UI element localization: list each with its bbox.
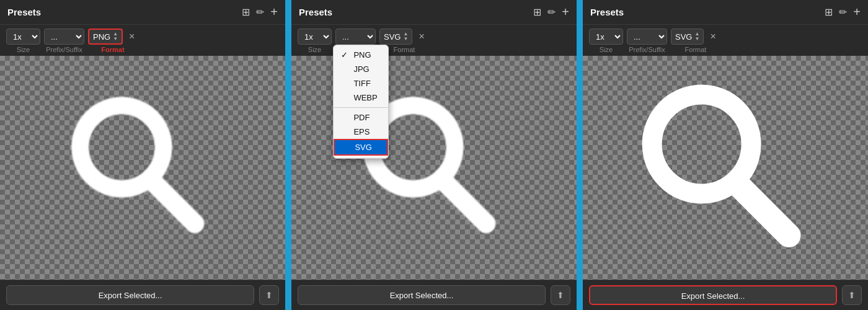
- add-preset-button-3[interactable]: +: [853, 5, 861, 19]
- export-button-3[interactable]: Export Selected...: [589, 285, 837, 305]
- panel-1-title: Presets: [7, 7, 41, 17]
- format-box-2[interactable]: SVG ▲ ▼: [379, 29, 412, 45]
- panel-3-title: Presets: [590, 7, 624, 17]
- panel-2-header: Presets ⊞ ✏ +: [291, 0, 577, 25]
- format-control-2: SVG ▲ ▼ PNG JPG TIFF WEBP PDF EPS SVG: [379, 29, 412, 45]
- format-arrows-2: ▲ ▼: [403, 32, 408, 42]
- close-button-1[interactable]: ×: [129, 31, 135, 42]
- grid-icon-2[interactable]: ⊞: [533, 6, 541, 18]
- gap-2: [577, 0, 583, 310]
- panel-1: Presets ⊞ ✏ + 1x ... PNG ▲ ▼: [0, 0, 285, 310]
- format-label-1: Format: [88, 46, 138, 53]
- size-label-2: Size: [298, 46, 332, 53]
- svg-line-1: [151, 180, 195, 223]
- panel-1-footer: Export Selected... ⬆: [0, 280, 285, 310]
- format-value-3: SVG: [675, 32, 692, 42]
- dropdown-item-jpg[interactable]: JPG: [334, 62, 388, 76]
- grid-icon-3[interactable]: ⊞: [825, 6, 833, 18]
- prefix-select-3[interactable]: ...: [627, 29, 667, 45]
- panel-2-header-icons: ⊞ ✏ +: [533, 5, 569, 19]
- close-button-3[interactable]: ×: [710, 31, 715, 42]
- add-preset-button-2[interactable]: +: [562, 5, 569, 19]
- dropdown-item-tiff[interactable]: TIFF: [334, 76, 388, 91]
- share-button-1[interactable]: ⬆: [259, 285, 279, 305]
- format-arrows-1: ▲ ▼: [113, 32, 118, 42]
- search-icon-overlay-1: [0, 56, 285, 280]
- panel-3-footer: Export Selected... ⬆: [583, 280, 868, 310]
- search-icon-overlay-3: [583, 56, 868, 280]
- panel-1-header: Presets ⊞ ✏ +: [0, 0, 285, 25]
- size-label-3: Size: [589, 46, 623, 53]
- panel-1-header-icons: ⊞ ✏ +: [242, 5, 278, 19]
- panel-3-canvas: [583, 56, 868, 280]
- panel-2-controls: 1x ... SVG ▲ ▼ PNG JPG TIFF WEBP: [291, 25, 577, 46]
- panel-2-toolbar: 1x ... SVG ▲ ▼ PNG JPG TIFF WEBP: [291, 25, 577, 56]
- export-button-1[interactable]: Export Selected...: [6, 285, 254, 305]
- panel-2: Presets ⊞ ✏ + 1x ... SVG ▲ ▼: [291, 0, 577, 310]
- add-preset-button-1[interactable]: +: [270, 5, 278, 19]
- format-control-3: SVG ▲ ▼: [671, 29, 704, 45]
- panel-1-controls: 1x ... PNG ▲ ▼ ×: [0, 25, 285, 46]
- dropdown-separator: [334, 107, 388, 108]
- panel-2-footer: Export Selected... ⬆: [291, 280, 577, 310]
- pen-icon-2[interactable]: ✏: [547, 6, 556, 18]
- panel-3: Presets ⊞ ✏ + 1x ... SVG ▲ ▼: [583, 0, 868, 310]
- panel-3-header: Presets ⊞ ✏ +: [583, 0, 868, 25]
- panel-3-header-icons: ⊞ ✏ +: [825, 5, 861, 19]
- prefix-label-1: Prefix/Suffix: [44, 46, 84, 53]
- format-label-3: Format: [671, 46, 720, 53]
- pen-icon-3[interactable]: ✏: [839, 6, 847, 18]
- panel-1-labels: Size Prefix/Suffix Format: [0, 46, 285, 56]
- share-icon-1: ⬆: [265, 290, 273, 300]
- search-svg-3: [626, 69, 825, 267]
- svg-line-3: [443, 180, 486, 223]
- panel-3-controls: 1x ... SVG ▲ ▼ ×: [583, 25, 868, 46]
- search-svg-1: [56, 81, 229, 255]
- size-label-1: Size: [6, 46, 40, 53]
- panel-3-labels: Size Prefix/Suffix Format: [583, 46, 868, 56]
- gap-1: [285, 0, 291, 310]
- grid-icon-1[interactable]: ⊞: [242, 6, 250, 18]
- format-box-3[interactable]: SVG ▲ ▼: [671, 29, 704, 45]
- share-button-3[interactable]: ⬆: [842, 285, 862, 305]
- svg-line-5: [737, 184, 789, 235]
- size-select-1[interactable]: 1x: [6, 29, 40, 45]
- format-value-2: SVG: [384, 32, 401, 42]
- dropdown-item-svg[interactable]: SVG: [334, 139, 388, 156]
- size-select-3[interactable]: 1x: [589, 29, 623, 45]
- size-select-2[interactable]: 1x: [298, 29, 332, 45]
- dropdown-item-webp[interactable]: WEBP: [334, 91, 388, 105]
- dropdown-item-pdf[interactable]: PDF: [334, 110, 388, 125]
- export-button-2[interactable]: Export Selected...: [298, 285, 546, 305]
- format-dropdown-2: PNG JPG TIFF WEBP PDF EPS SVG: [333, 45, 389, 159]
- format-box-1[interactable]: PNG ▲ ▼: [88, 29, 123, 45]
- share-icon-2: ⬆: [557, 290, 564, 300]
- share-button-2[interactable]: ⬆: [551, 285, 570, 305]
- format-value-1: PNG: [93, 32, 110, 42]
- panel-3-toolbar: 1x ... SVG ▲ ▼ × Size Prefix/Suffix Form…: [583, 25, 868, 56]
- panel-2-title: Presets: [299, 7, 332, 17]
- close-button-2[interactable]: ×: [418, 31, 424, 42]
- format-control-1: PNG ▲ ▼: [88, 29, 123, 45]
- panel-1-canvas: [0, 56, 285, 280]
- dropdown-item-eps[interactable]: EPS: [334, 125, 388, 139]
- prefix-select-2[interactable]: ...: [335, 29, 376, 45]
- dropdown-item-png[interactable]: PNG: [334, 48, 388, 62]
- prefix-select-1[interactable]: ...: [44, 29, 84, 45]
- format-arrows-3: ▲ ▼: [694, 32, 699, 42]
- pen-icon-1[interactable]: ✏: [256, 6, 264, 18]
- prefix-label-3: Prefix/Suffix: [627, 46, 667, 53]
- panel-1-toolbar: 1x ... PNG ▲ ▼ × Size Prefix/Suffix Form…: [0, 25, 285, 56]
- share-icon-3: ⬆: [848, 290, 856, 300]
